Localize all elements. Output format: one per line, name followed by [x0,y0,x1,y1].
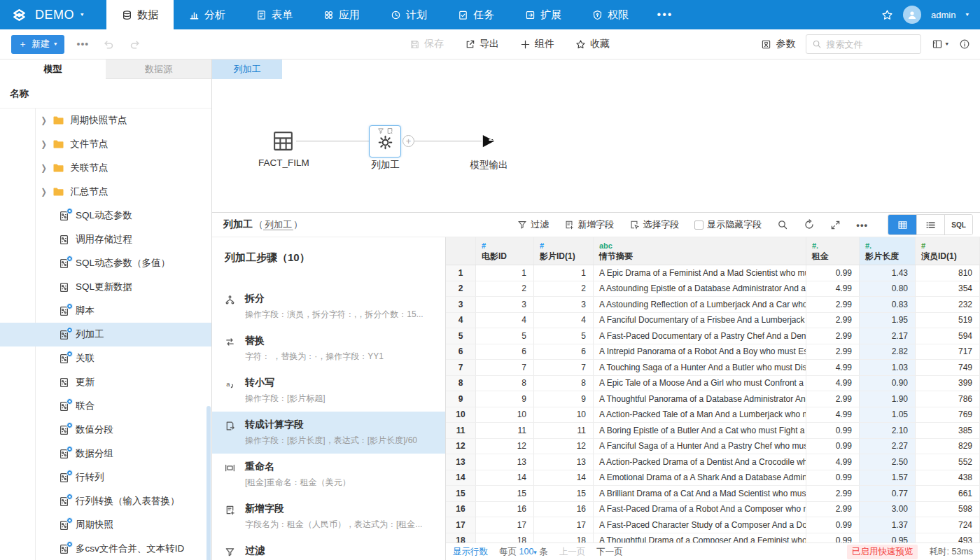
table-cell[interactable]: 810 [916,265,980,281]
search-icon[interactable] [777,219,788,230]
table-cell[interactable]: A Action-Packed Drama of a Dentist And a… [594,454,806,470]
page-size-control[interactable]: 每页 100▾ 条 [499,546,548,558]
table-cell[interactable]: A Epic Tale of a Moose And a Girl who mu… [594,376,806,392]
step-item[interactable]: 替换字符： ，替换为：·，操作字段：YY1 [212,328,445,370]
more-options-button[interactable]: ••• [856,220,868,230]
model-output-node-icon[interactable] [480,133,496,149]
table-cell[interactable]: 0.80 [860,281,916,298]
topnav-item-extend[interactable]: 扩展 [510,0,577,29]
table-cell[interactable]: 2 [476,281,534,298]
table-cell[interactable]: A Touching Saga of a Hunter And a Butler… [594,360,806,376]
table-cell[interactable]: A Boring Epistle of a Butler And a Cat w… [594,423,806,439]
table-cell[interactable]: A Fast-Paced Drama of a Robot And a Comp… [594,502,806,518]
table-cell[interactable]: 2.99 [806,486,860,502]
tree-item[interactable]: SQL动态参数 [0,204,211,227]
table-cell[interactable]: 3.00 [860,502,916,518]
table-cell[interactable]: 0.99 [806,533,860,543]
table-cell[interactable]: 594 [916,328,980,344]
column-header[interactable]: #.影片长度 [860,237,916,265]
table-cell[interactable]: A Action-Packed Tale of a Man And a Lumb… [594,407,806,424]
column-header[interactable]: #演员ID(1) [916,237,980,265]
table-cell[interactable]: 15 [476,486,534,502]
table-cell[interactable]: 4 [534,313,594,329]
table-cell[interactable]: 385 [916,423,980,439]
layout-toggle-button[interactable]: ▾ [932,38,948,50]
step-item[interactable]: a转小写操作字段：[影片标题] [212,370,445,412]
sidebar-tab-0[interactable]: 模型 [0,59,106,79]
table-cell[interactable]: 9 [534,391,594,407]
expand-icon[interactable] [830,220,841,230]
table-cell[interactable]: 0.77 [860,486,916,502]
column-header[interactable]: #电影ID [476,237,534,265]
favorite-button[interactable]: 收藏 [575,38,610,50]
export-button[interactable]: 导出 [465,38,499,50]
table-cell[interactable]: 354 [916,281,980,298]
table-cell[interactable]: 2.27 [860,439,916,455]
column-process-node[interactable] [369,125,401,158]
show-row-count-link[interactable]: 显示行数 [453,546,488,558]
table-cell[interactable]: 2.99 [806,297,860,313]
table-cell[interactable]: A Intrepid Panorama of a Robot And a Boy… [594,344,806,360]
table-cell[interactable]: 8 [476,376,534,392]
table-cell[interactable]: 16 [534,502,594,518]
table-cell[interactable]: 7 [476,360,534,376]
table-cell[interactable]: 10 [534,407,594,424]
avatar[interactable] [903,6,921,24]
undo-icon[interactable] [103,38,115,50]
table-cell[interactable]: 12 [476,439,534,455]
table-cell[interactable]: A Fanciful Saga of a Hunter And a Pastry… [594,439,806,455]
sidebar-tab-1[interactable]: 数据源 [106,59,211,78]
prev-page-button[interactable]: 上一页 [559,546,586,558]
table-cell[interactable]: 1 [476,265,534,281]
table-cell[interactable]: 0.99 [806,423,860,439]
table-cell[interactable]: 2.99 [806,313,860,329]
topnav-item-analysis[interactable]: 分析 [174,0,241,29]
save-button[interactable]: 保存 [410,38,444,50]
topnav-item-plan[interactable]: 计划 [375,0,442,29]
chevron-down-icon[interactable]: ▾ [965,12,969,18]
table-cell[interactable]: 5 [534,328,594,344]
table-cell[interactable]: A Thoughtful Drama of a Composer And a F… [594,533,806,543]
tree-folder[interactable]: ❯关联节点 [0,156,211,180]
next-page-button[interactable]: 下一页 [596,546,623,558]
table-cell[interactable]: 15 [534,486,594,502]
tree-item[interactable]: 数值分段 [0,418,211,442]
toolbar-more-button[interactable]: ••• [77,38,90,50]
table-cell[interactable]: 1.03 [860,360,916,376]
table-cell[interactable]: 2.50 [860,454,916,470]
table-cell[interactable]: 749 [916,360,980,376]
table-cell[interactable]: 552 [916,454,980,470]
table-cell[interactable]: 1 [534,265,594,281]
table-cell[interactable]: 8 [534,376,594,392]
table-cell[interactable]: 10 [476,407,534,424]
table-cell[interactable]: A Brilliant Drama of a Cat And a Mad Sci… [594,486,806,502]
select-field-button[interactable]: 选择字段 [629,218,679,231]
table-cell[interactable]: A Epic Drama of a Feminist And a Mad Sci… [594,265,806,281]
table-cell[interactable]: 9 [476,391,534,407]
canvas-tab[interactable]: 列加工 [212,59,282,79]
table-cell[interactable]: 14 [476,470,534,486]
topnav-more-button[interactable]: ••• [644,0,686,29]
table-cell[interactable]: 3 [476,297,534,313]
table-cell[interactable]: 724 [916,517,980,533]
topnav-item-data[interactable]: 数据 [106,0,174,29]
component-button[interactable]: 组件 [520,38,554,50]
table-cell[interactable]: 11 [534,423,594,439]
table-cell[interactable]: 2.10 [860,423,916,439]
sql-view-button[interactable]: SQL [944,215,972,234]
table-cell[interactable]: 0.99 [806,265,860,281]
source-table-node-icon[interactable] [272,130,295,153]
column-header[interactable]: #影片ID(1) [534,237,594,265]
table-cell[interactable]: 3 [534,297,594,313]
table-cell[interactable]: 6 [534,344,594,360]
tree-item[interactable]: 数据分组 [0,442,211,465]
table-cell[interactable]: 399 [916,376,980,392]
table-cell[interactable]: 829 [916,439,980,455]
table-cell[interactable]: 17 [476,517,534,533]
table-cell[interactable]: 18 [476,533,534,543]
table-cell[interactable]: 519 [916,313,980,329]
favorite-star-icon[interactable] [881,9,893,21]
table-cell[interactable]: 4.99 [806,281,860,298]
tree-item[interactable]: 多csv文件合并、文本转ID [0,537,211,560]
table-cell[interactable]: 1.43 [860,265,916,281]
